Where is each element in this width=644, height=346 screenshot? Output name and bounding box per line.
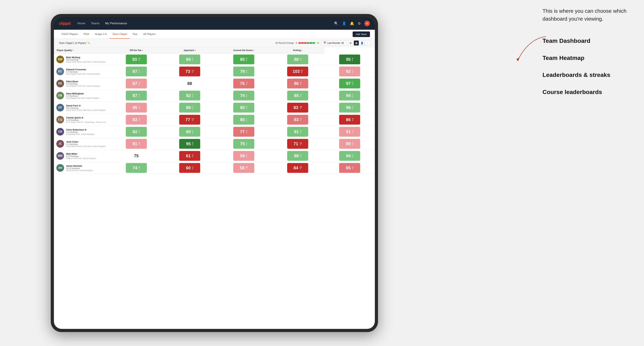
tablet-screen: clippd Home Teams My Performance 🔍 👤 🔔 ⚙… xyxy=(54,17,375,329)
score-cell-4[interactable]: 92 -3 ▼ xyxy=(324,65,375,78)
score-cell-0[interactable]: 74 8 ▲ xyxy=(110,162,163,174)
player-cell[interactable]: EE Elliot Ebert 1-5 Handicap Sunningdale… xyxy=(54,78,110,90)
score-cell-3[interactable]: 71 -11 ▼ xyxy=(271,138,324,150)
player-cell[interactable]: EC Edward Crossman 1-5 Handicap Sunningd… xyxy=(54,65,110,78)
score-cell-2[interactable]: 74 1 ▲ xyxy=(216,90,271,102)
grid-view-btn[interactable]: ⊞ xyxy=(348,40,353,45)
score-cell-4[interactable]: 95 9 ▲ xyxy=(324,53,375,65)
search-icon[interactable]: 🔍 xyxy=(334,21,338,25)
score-cell-1[interactable]: 82 4 ▲ xyxy=(163,90,216,102)
score-cell-0[interactable]: 93 +4 ▲ xyxy=(110,53,163,65)
table-body: BM Blair McHarg Plus Handicap Royal Nort… xyxy=(54,53,375,174)
player-details: Aaron Nicholls 11-15 Handicap Drift Golf… xyxy=(66,165,107,172)
player-details: David Ford ⊙ Plus Handicap Royal North D… xyxy=(66,104,107,111)
score-cell-4[interactable]: 86 -8 ▼ xyxy=(324,114,375,126)
score-cell-1[interactable]: 89 7 ▲ xyxy=(163,102,216,114)
player-cell[interactable]: CQ Charlie Quick ⊙ 6-10 Handicap St. Geo… xyxy=(54,114,110,126)
score-cell-2[interactable]: 80 1 ▲ xyxy=(216,114,271,126)
score-cell-1[interactable]: 88 xyxy=(163,78,216,90)
score-box: 80 1 ▲ xyxy=(233,115,254,125)
score-cell-1[interactable]: 60 2 ▲ xyxy=(163,126,216,138)
subnav-pga[interactable]: PGA xyxy=(81,30,92,39)
score-cell-3[interactable]: 86 -6 ▼ xyxy=(271,78,324,90)
player-cell[interactable]: AN Aaron Nicholls 11-15 Handicap Drift G… xyxy=(54,162,110,174)
score-cell-2[interactable]: 58 4 ▲ xyxy=(216,150,271,162)
score-cell-3[interactable]: 84 -21 ▼ xyxy=(271,162,324,174)
score-cell-2[interactable]: 58 10 ▲ xyxy=(216,162,271,174)
score-cell-3[interactable]: 85 -3 ▼ xyxy=(271,90,324,102)
score-cell-0[interactable]: 87 -3 ▼ xyxy=(110,78,163,90)
score-cell-3[interactable]: 103 15 ▲ xyxy=(271,65,324,78)
th-around-green[interactable]: Around the Green ▾ xyxy=(216,47,271,53)
th-putting[interactable]: Putting ▾ xyxy=(271,47,324,53)
score-delta: 4 ▲ xyxy=(300,130,301,134)
score-cell-2[interactable]: 75 2 ▲ xyxy=(216,138,271,150)
score-cell-2[interactable]: 85 8 ▲ xyxy=(216,53,271,65)
player-info-cell: EC Edward Crossman 1-5 Handicap Sunningd… xyxy=(54,66,110,77)
bell-icon[interactable]: 🔔 xyxy=(350,21,354,25)
download-view-btn[interactable]: ↓ xyxy=(365,40,370,45)
score-cell-4[interactable]: 91 -3 ▼ xyxy=(324,126,375,138)
score-cell-4[interactable]: 96 3 ▲ xyxy=(324,102,375,114)
person-view-btn[interactable]: 👤 xyxy=(360,40,364,45)
score-cell-1[interactable]: 77 -14 ▼ xyxy=(163,114,216,126)
score-cell-3[interactable]: 88 -2 ▼ xyxy=(271,150,324,162)
score-cell-1[interactable]: 84 6 ▲ xyxy=(163,53,216,65)
th-off-tee[interactable]: Off the Tee ▾ xyxy=(110,47,163,53)
nav-teams[interactable]: Teams xyxy=(90,21,100,26)
score-cell-4[interactable]: 97 5 ▲ xyxy=(324,78,375,90)
player-cell[interactable]: DF David Ford ⊙ Plus Handicap Royal Nort… xyxy=(54,102,110,114)
team-name: Team Clippd | 14 Players xyxy=(59,42,86,44)
nav-my-performance[interactable]: My Performance xyxy=(105,21,128,26)
add-team-button[interactable]: Add Team xyxy=(352,31,370,37)
score-cell-2[interactable]: 77 -3 ▼ xyxy=(216,126,271,138)
score-cell-0[interactable]: 81 -3 ▼ xyxy=(110,138,163,150)
score-cell-3[interactable]: 83 -10 ▼ xyxy=(271,102,324,114)
score-cell-3[interactable]: 81 4 ▲ xyxy=(271,126,324,138)
score-cell-0[interactable]: 87 4 ▲ xyxy=(110,90,163,102)
score-cell-1[interactable]: 61 -3 ▼ xyxy=(163,150,216,162)
score-cell-3[interactable]: 83 -6 ▼ xyxy=(271,114,324,126)
score-cell-4[interactable]: 85 -4 ▼ xyxy=(324,162,375,174)
subnav-team-clippd[interactable]: Team Clippd xyxy=(110,30,130,39)
score-cell-1[interactable]: 73 -11 ▼ xyxy=(163,65,216,78)
score-cell-4[interactable]: 94 3 ▲ xyxy=(324,150,375,162)
score-cell-1[interactable]: 60 -1 ▼ xyxy=(163,162,216,174)
score-value: 80 xyxy=(240,105,245,110)
score-cell-0[interactable]: 85 -3 ▼ xyxy=(110,102,163,114)
user-avatar[interactable]: U xyxy=(364,21,370,26)
score-cell-0[interactable]: 87 1 ▲ xyxy=(110,65,163,78)
score-value: 91 xyxy=(346,129,351,134)
score-cell-0[interactable]: 83 -3 ▼ xyxy=(110,114,163,126)
edit-team-icon[interactable]: ✏️ xyxy=(87,42,90,44)
score-box: 75 -3 ▼ xyxy=(233,79,254,88)
player-cell[interactable]: CR Chris Robertson ⊙ 1-5 Handicap Craigm… xyxy=(54,126,110,138)
score-delta: -3 ▼ xyxy=(138,142,140,146)
player-handicap: 1-5 Handicap xyxy=(66,95,107,97)
score-cell-1[interactable]: 95 8 ▲ xyxy=(163,138,216,150)
settings-icon[interactable]: ⚙ xyxy=(358,21,361,25)
heatmap-view-btn[interactable]: ▦ xyxy=(354,40,359,45)
player-cell[interactable]: BM Blair McHarg Plus Handicap Royal Nort… xyxy=(54,53,110,65)
score-value: 81 xyxy=(294,129,299,134)
score-cell-0[interactable]: 82 3 ▲ xyxy=(110,126,163,138)
score-cell-2[interactable]: 75 -3 ▼ xyxy=(216,78,271,90)
score-cell-0[interactable]: 75 xyxy=(110,150,163,162)
score-cell-4[interactable]: 94 1 ▲ xyxy=(324,90,375,102)
player-cell[interactable]: JC Josh Coles 1-5 Handicap Royal North D… xyxy=(54,138,110,150)
th-approach[interactable]: Approach ▾ xyxy=(163,47,216,53)
nav-home[interactable]: Home xyxy=(77,21,86,26)
subnav-tour[interactable]: Tour xyxy=(130,30,140,39)
player-cell[interactable]: DB Dave Billingham 1-5 Handicap Gog Mago… xyxy=(54,90,110,102)
last-rounds-button[interactable]: 📅 Last Rounds: 20 xyxy=(321,40,346,45)
subnav-pgat[interactable]: PGAT Players xyxy=(59,30,81,39)
score-cell-4[interactable]: 89 -2 ▼ xyxy=(324,138,375,150)
score-cell-3[interactable]: 88 -1 ▼ xyxy=(271,53,324,65)
score-delta: -21 ▼ xyxy=(299,166,302,170)
profile-icon[interactable]: 👤 xyxy=(342,21,346,25)
player-cell[interactable]: MM Matt Miller 6-10 Handicap Woburn Golf… xyxy=(54,150,110,162)
subnav-hcaps[interactable]: Hcaps 1-5 xyxy=(92,30,110,39)
subnav-all-players[interactable]: All Players xyxy=(140,30,158,39)
score-cell-2[interactable]: 80 3 ▲ xyxy=(216,102,271,114)
score-cell-2[interactable]: 79 9 ▲ xyxy=(216,65,271,78)
